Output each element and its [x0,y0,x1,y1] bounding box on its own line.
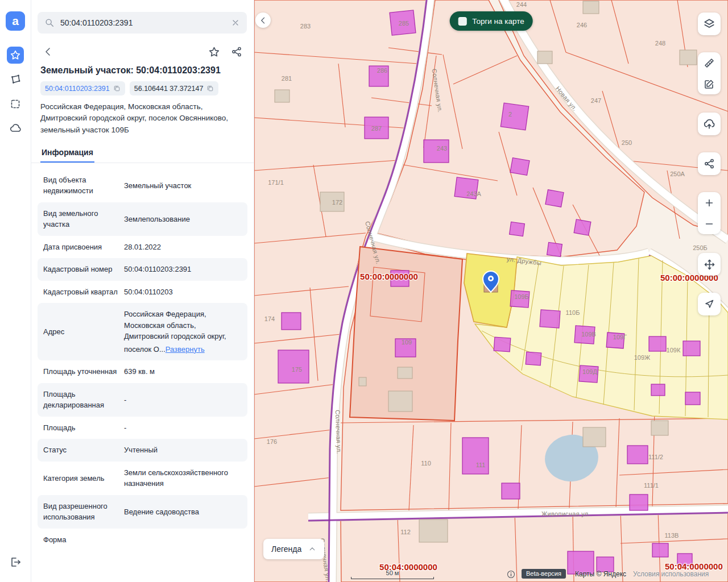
svg-text:111: 111 [476,462,486,468]
favorite-button[interactable] [206,44,222,60]
upload-button[interactable] [698,113,721,135]
minus-icon [704,219,714,229]
app-logo[interactable]: a [6,11,25,31]
svg-text:50:00:0000000: 50:00:0000000 [360,272,418,281]
row-value: - [124,422,242,434]
navigation-arrow-icon [704,298,715,310]
share-button[interactable] [229,44,245,60]
pan-button[interactable] [698,253,721,276]
scale-label: 50 м [351,569,434,576]
info-icon[interactable] [507,570,515,579]
row-value: Учтенный [124,444,242,456]
ruler-icon [704,57,715,69]
left-rail: a [0,0,31,582]
row-label: Вид земельного участка [43,208,118,230]
layers-button[interactable] [698,13,721,35]
row-label: Адрес [43,326,118,338]
auction-toggle-checkbox[interactable] [458,17,466,26]
row-label: Площадь декларированная [43,389,118,411]
rail-item-draw-area[interactable] [7,71,24,88]
info-table: Вид объекта недвижимостиЗемельный участо… [31,163,254,582]
svg-text:286: 286 [377,67,387,74]
pencil-square-icon [704,78,715,90]
row-value: Земли сельскохозяйственного назначения [124,467,242,489]
svg-text:Живописная ул.: Живописная ул. [541,510,590,517]
table-row: Вид объекта недвижимостиЗемельный участо… [38,169,247,202]
dashed-select-icon [10,98,21,110]
coordinates-text: 56.106441 37.372147 [134,85,204,93]
draw-button[interactable] [698,73,721,94]
search-input[interactable] [60,18,225,27]
auction-toggle-label: Торги на карте [472,17,524,26]
coordinates-chip[interactable]: 56.106441 37.372147 [130,81,219,95]
back-button[interactable] [40,44,56,60]
share-icon [704,158,715,169]
svg-text:250А: 250А [670,171,685,177]
cloud-icon [10,123,21,134]
copy-icon[interactable] [113,85,121,92]
rail-item-logout[interactable] [7,554,24,571]
svg-text:250Б: 250Б [693,244,708,251]
cloud-upload-icon [703,118,715,130]
logout-icon [10,556,21,568]
svg-text:246: 246 [577,22,587,28]
svg-text:109Б: 109Б [514,293,529,300]
terms-link[interactable]: Условия использования [633,570,709,578]
ruler-button[interactable] [698,52,721,73]
share-icon [231,46,242,57]
clear-search-icon[interactable] [231,18,240,27]
tab-information[interactable]: Информация [40,143,94,163]
search-bar[interactable] [38,12,247,34]
cadastral-number-chip[interactable]: 50:04:0110203:2391 [40,81,125,95]
svg-text:110: 110 [421,460,431,467]
table-row: Кадастровый квартал50:04:0110203 [38,281,247,304]
svg-text:109Г: 109Г [613,334,627,340]
legend-button[interactable]: Легенда [263,539,324,559]
map-canvas[interactable]: 283 281 171/1 172 174 175 176 285 286 28… [254,0,728,582]
row-label: Площадь [43,422,118,434]
star-icon [10,49,21,61]
row-label: Кадастровый номер [43,264,118,275]
map-area[interactable]: 283 281 171/1 172 174 175 176 285 286 28… [254,0,728,582]
page-title: Земельный участок: 50:04:0110203:2391 [31,62,254,81]
svg-text:176: 176 [267,438,277,445]
expand-address-link[interactable]: Развернуть [166,344,205,355]
move-icon [704,259,715,271]
row-label: Дата присвоения [43,242,118,253]
table-row: Вид земельного участкаЗемлепользование [38,202,247,236]
row-value: Земельный участок [124,180,242,192]
rail-item-select-region[interactable] [7,95,24,113]
chips-row: 50:04:0110203:2391 56.106441 37.372147 [31,81,254,101]
collapse-panel-button[interactable] [255,13,271,28]
tab-bar: Информация [31,143,254,163]
svg-text:172: 172 [332,199,342,206]
svg-text:110Б: 110Б [566,309,580,316]
table-row: Категория земельЗемли сельскохозяйственн… [38,462,247,495]
legend-label: Легенда [271,544,301,554]
zoom-in-button[interactable] [698,192,721,213]
svg-text:111/1: 111/1 [644,482,659,489]
locate-button[interactable] [698,293,721,315]
map-share-button[interactable] [698,152,721,175]
row-label: Вид разрешенного использования [43,501,118,523]
copy-icon[interactable] [206,85,214,92]
auction-toggle[interactable]: Торги на карте [449,11,533,31]
yandex-attribution[interactable]: Карты © Яндекс [575,570,626,578]
svg-text:109Д: 109Д [582,368,597,375]
svg-text:285: 285 [399,20,409,27]
row-label: Вид объекта недвижимости [43,174,118,197]
svg-text:111/2: 111/2 [648,454,663,460]
plus-icon [704,198,714,208]
row-value: 50:04:0110203 [124,286,242,298]
zoom-out-button[interactable] [698,213,721,234]
svg-text:112: 112 [400,529,411,535]
svg-text:243: 243 [437,145,447,152]
map-attribution: Карты © Яндекс Условия использования [575,570,709,578]
rail-item-cloud[interactable] [7,120,24,137]
table-row: АдресРоссийская Федерация, Московская об… [38,303,247,360]
row-label: Форма [43,534,118,546]
row-value: 50:04:0110203:2391 [124,264,242,275]
rail-item-favorites[interactable] [7,47,24,64]
beta-badge: Beta-версия [522,569,566,579]
search-icon [44,18,55,28]
